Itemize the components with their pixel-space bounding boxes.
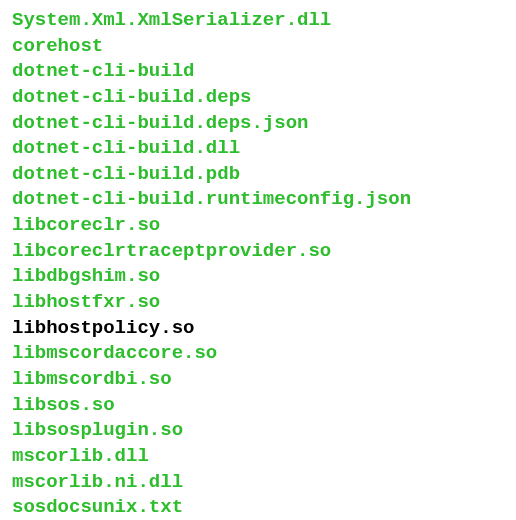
list-item: System.Xml.XmlSerializer.dll	[12, 8, 504, 34]
list-item: dotnet-cli-build.runtimeconfig.json	[12, 187, 504, 213]
list-item: mscorlib.dll	[12, 444, 504, 470]
list-item: dotnet-cli-build.dll	[12, 136, 504, 162]
list-item: dotnet-cli-build.deps	[12, 85, 504, 111]
list-item: libmscordbi.so	[12, 367, 504, 393]
list-item: sosdocsunix.txt	[12, 495, 504, 520]
list-item: libsosplugin.so	[12, 418, 504, 444]
list-item: libhostpolicy.so	[12, 316, 504, 342]
list-item: libdbgshim.so	[12, 264, 504, 290]
list-item: libcoreclrtraceptprovider.so	[12, 239, 504, 265]
list-item: dotnet-cli-build	[12, 59, 504, 85]
list-item: dotnet-cli-build.deps.json	[12, 111, 504, 137]
list-item: mscorlib.ni.dll	[12, 470, 504, 496]
list-item: libsos.so	[12, 393, 504, 419]
list-item: libhostfxr.so	[12, 290, 504, 316]
list-item: libmscordaccore.so	[12, 341, 504, 367]
list-item: corehost	[12, 34, 504, 60]
file-list: System.Xml.XmlSerializer.dll corehost do…	[12, 8, 504, 520]
list-item: libcoreclr.so	[12, 213, 504, 239]
list-item: dotnet-cli-build.pdb	[12, 162, 504, 188]
